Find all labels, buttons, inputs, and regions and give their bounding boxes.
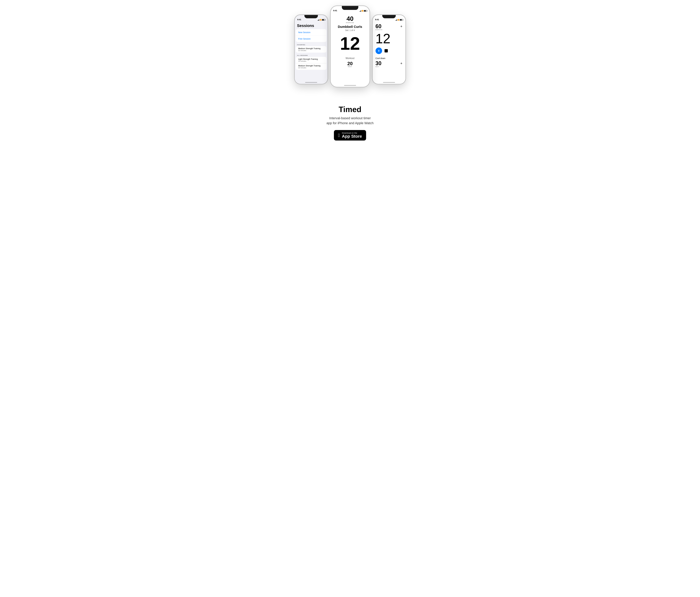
watch-exercise-label: EXERCISE: [376, 29, 382, 30]
watch-exercise-number: 60: [376, 24, 382, 29]
signal-bars-left: [318, 19, 319, 21]
rest-label: REST: [347, 66, 353, 67]
notch-center: [342, 6, 358, 10]
time-right: 9:41: [375, 19, 379, 21]
exercise-timer-section: 40 EXERCISE: [346, 16, 354, 23]
app-store-text: Download on the App Store: [342, 132, 362, 139]
time-left: 9:41: [297, 19, 301, 21]
watch-top-row: 60 EXERCISE +: [376, 24, 402, 30]
all-sessions-list: Light Strength Training 16 minutes Mediu…: [296, 57, 326, 70]
pause-icon: ⏸: [377, 49, 380, 52]
sessions-screen: 9:41 📶 Sessions: [295, 15, 328, 84]
download-label: Download on the: [342, 132, 357, 134]
wifi-icon-left: 📶: [320, 19, 322, 21]
workout-label: Workout: [346, 57, 354, 59]
notch-left: [304, 15, 318, 18]
signal-bars-right: [396, 19, 397, 21]
apple-logo-icon: : [338, 133, 340, 138]
signal-bars-center: [359, 10, 361, 12]
session-name-1: Medium Strength Training: [298, 65, 324, 67]
exercise-name: Dumbbell Curls: [338, 25, 362, 29]
watch-controls: ⏸: [376, 47, 388, 54]
sessions-list: New Session Free Session FAVORITES Mediu…: [295, 29, 328, 71]
time-center: 9:41: [333, 9, 337, 12]
session-name-0: Light Strength Training: [298, 58, 324, 60]
free-session-label[interactable]: Free Session: [298, 38, 310, 40]
exercise-label: EXERCISE: [346, 22, 354, 23]
phone-right: 9:41 📶 60 EXERCISE: [373, 15, 405, 84]
list-item[interactable]: Light Strength Training 16 minutes: [296, 57, 326, 63]
new-session-label[interactable]: New Session: [298, 31, 310, 33]
app-description: Interval-based workout timer app for iPh…: [326, 116, 374, 125]
all-sessions-header: ALL SESSIONS: [295, 54, 328, 57]
favorites-group: Medium Strength Training 32 minutes: [295, 46, 328, 54]
home-indicator-center: [344, 85, 356, 86]
workout-screen: 9:41 📶 40 EXERCISE: [331, 6, 370, 87]
watch-rest-number: 30: [376, 61, 381, 66]
app-title: Timed: [326, 105, 374, 114]
home-indicator-left: [305, 82, 317, 83]
list-item[interactable]: Medium Strength Training 32 minutes: [296, 63, 326, 70]
sessions-title: Sessions: [297, 23, 325, 28]
app-store-button[interactable]:  Download on the App Store: [334, 130, 366, 141]
new-session-item[interactable]: New Session: [296, 29, 326, 35]
watch-countdown: 12: [376, 32, 391, 45]
watch-screen: 9:41 📶 60 EXERCISE: [373, 15, 405, 84]
app-store-label: App Store: [342, 134, 362, 139]
favorites-list: Medium Strength Training 32 minutes: [296, 46, 326, 53]
free-session-item[interactable]: Free Session: [296, 35, 326, 42]
app-description-line2: app for iPhone and Apple Watch: [326, 121, 374, 125]
status-icons-left: 📶: [318, 19, 325, 21]
phone-left: 9:41 📶 Sessions: [295, 15, 328, 84]
status-icons-right: 📶: [396, 19, 403, 21]
app-info: Timed Interval-based workout timer app f…: [326, 105, 374, 125]
rest-number: 20: [347, 61, 353, 66]
countdown-number: 12: [340, 34, 360, 52]
rest-section: 20 REST: [347, 61, 353, 67]
phone-center: 9:41 📶 40 EXERCISE: [331, 6, 370, 87]
stop-button[interactable]: [384, 49, 388, 52]
cool-down-label: Cool down: [376, 57, 385, 59]
watch-exercise-section: 60 EXERCISE: [376, 24, 382, 30]
status-icons-center: 📶: [359, 10, 367, 12]
wifi-icon-right: 📶: [398, 19, 399, 21]
favorite-duration-0: 32 minutes: [298, 50, 324, 51]
battery-right: [400, 19, 403, 21]
exercise-set: Set: 1 of 4: [345, 29, 355, 31]
watch-exercise-plus[interactable]: +: [400, 24, 402, 28]
battery-center: [364, 10, 367, 12]
exercise-number: 40: [346, 16, 354, 22]
sessions-header: Sessions: [295, 22, 328, 29]
session-duration-0: 16 minutes: [298, 60, 324, 62]
battery-left: [322, 19, 325, 21]
watch-rest-label: REST: [376, 66, 381, 67]
wifi-icon-center: 📶: [361, 10, 364, 12]
app-description-line1: Interval-based workout timer: [329, 116, 371, 120]
notch-right: [382, 15, 396, 18]
watch-rest-row: 30 REST +: [376, 61, 402, 67]
watch-rest-plus[interactable]: +: [400, 61, 402, 66]
pause-button[interactable]: ⏸: [376, 47, 382, 54]
home-indicator-right: [383, 82, 395, 83]
watch-rest-section: 30 REST: [376, 61, 381, 67]
session-duration-1: 32 minutes: [298, 67, 324, 69]
favorite-name-0: Medium Strength Training: [298, 47, 324, 50]
list-item[interactable]: Medium Strength Training 32 minutes: [296, 46, 326, 53]
favorites-header: FAVORITES: [295, 43, 328, 46]
